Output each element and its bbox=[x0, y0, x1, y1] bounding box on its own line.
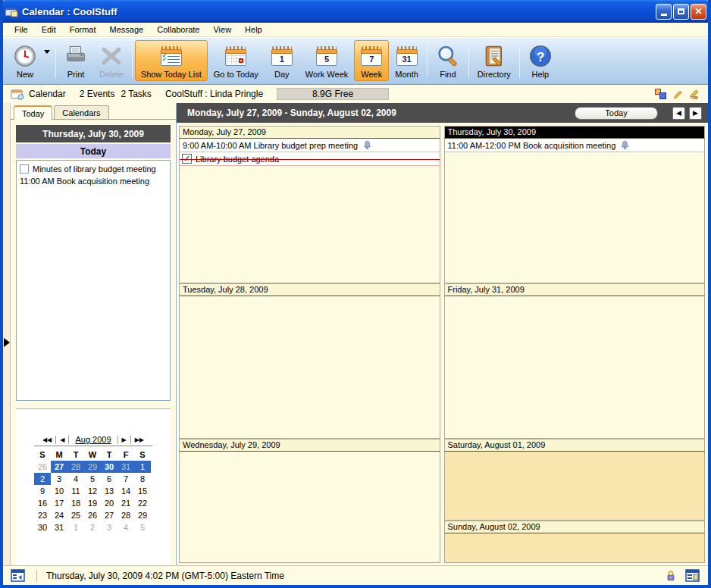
mini-calendar-day[interactable]: 28 bbox=[117, 509, 134, 521]
task-library-budget-agenda[interactable]: ✓ Library budget agenda bbox=[180, 152, 440, 166]
event-library-budget-prep[interactable]: 9:00 AM-10:00 AM Library budget prep mee… bbox=[180, 139, 440, 152]
edit-pencil-icon[interactable] bbox=[672, 89, 683, 100]
mini-calendar-day[interactable]: 1 bbox=[67, 521, 84, 533]
print-button[interactable]: Print bbox=[58, 40, 93, 81]
prev-month-icon[interactable]: ◀ bbox=[58, 436, 67, 443]
mini-calendar-day[interactable]: 15 bbox=[134, 485, 151, 497]
event-item-text[interactable]: 11:00 AM Book acquisition meeting bbox=[20, 177, 149, 186]
week-grid: Monday, July 27, 2009 9:00 AM-10:00 AM L… bbox=[177, 123, 708, 565]
mini-calendar-day[interactable]: 3 bbox=[51, 473, 67, 485]
today-button[interactable]: Today bbox=[575, 107, 658, 120]
mini-calendar-day[interactable]: 29 bbox=[84, 461, 101, 473]
mini-calendar-day[interactable]: 26 bbox=[84, 509, 101, 521]
mini-calendar-day[interactable]: 30 bbox=[101, 461, 117, 473]
mini-calendar-day[interactable]: 18 bbox=[67, 497, 84, 509]
menu-format[interactable]: Format bbox=[63, 23, 103, 36]
mini-calendar-day[interactable]: 4 bbox=[67, 473, 84, 485]
mini-calendar-day[interactable]: 10 bbox=[51, 485, 67, 497]
new-dropdown-arrow[interactable] bbox=[44, 50, 50, 54]
day-cell-wednesday[interactable]: Wednesday, July 29, 2009 bbox=[179, 439, 440, 563]
minimize-button[interactable] bbox=[656, 4, 672, 20]
window-layout-icon[interactable] bbox=[685, 569, 700, 582]
next-month-icon[interactable]: ▶ bbox=[120, 436, 129, 443]
mini-calendar-day[interactable]: 3 bbox=[101, 521, 117, 533]
mini-calendar-day[interactable]: 29 bbox=[134, 509, 151, 521]
help-button[interactable]: ? Help bbox=[522, 40, 559, 81]
event-book-acquisition[interactable]: 11:00 AM-12:00 PM Book acquisition meeti… bbox=[445, 139, 705, 152]
task-checkbox[interactable] bbox=[20, 164, 29, 174]
mini-calendar-day[interactable]: 9 bbox=[34, 485, 51, 497]
mini-calendar-day[interactable]: 24 bbox=[51, 509, 67, 521]
mini-calendar-day[interactable]: 25 bbox=[67, 509, 84, 521]
menu-edit[interactable]: Edit bbox=[35, 23, 63, 36]
menu-view[interactable]: View bbox=[206, 23, 238, 36]
mini-calendar-day[interactable]: 27 bbox=[101, 509, 117, 521]
directory-button[interactable]: Directory bbox=[471, 40, 517, 81]
month-view-button[interactable]: 31 Month bbox=[389, 40, 424, 81]
day-cell-monday[interactable]: Monday, July 27, 2009 9:00 AM-10:00 AM L… bbox=[179, 126, 440, 283]
mini-calendar-day[interactable]: 26 bbox=[34, 461, 51, 473]
mini-calendar-day[interactable]: 14 bbox=[117, 485, 134, 497]
list-item[interactable]: 11:00 AM Book acquisition meeting bbox=[18, 175, 168, 187]
mini-calendar-day[interactable]: 12 bbox=[84, 485, 101, 497]
day-view-button[interactable]: 1 Day bbox=[265, 40, 299, 81]
sidebar-collapse-strip[interactable] bbox=[3, 103, 11, 565]
work-week-view-button[interactable]: 5 Work Week bbox=[299, 40, 354, 81]
info-events-count: 2 Events bbox=[80, 89, 115, 99]
mini-calendar-day[interactable]: 8 bbox=[134, 473, 151, 485]
mini-calendar-day[interactable]: 27 bbox=[51, 461, 67, 473]
signature-key-icon[interactable] bbox=[689, 89, 702, 100]
mini-calendar-day[interactable]: 19 bbox=[84, 497, 101, 509]
mini-calendar-day[interactable]: 21 bbox=[117, 497, 134, 509]
find-button[interactable]: Find bbox=[430, 40, 466, 81]
list-item[interactable]: Minutes of library budget meeting bbox=[18, 163, 168, 175]
mini-calendar-day[interactable]: 7 bbox=[117, 473, 134, 485]
menu-help[interactable]: Help bbox=[238, 23, 269, 36]
show-today-list-button[interactable]: ✓✓ Show Today List bbox=[135, 40, 208, 81]
expand-arrow-icon[interactable] bbox=[4, 338, 10, 347]
mini-calendar-day[interactable]: 23 bbox=[34, 509, 51, 521]
mini-calendar-day[interactable]: 6 bbox=[101, 473, 117, 485]
day-cell-tuesday[interactable]: Tuesday, July 28, 2009 bbox=[179, 283, 440, 439]
mini-calendar-day[interactable]: 30 bbox=[34, 521, 51, 533]
panel-toggle-icon[interactable] bbox=[11, 569, 26, 582]
mini-calendar-day[interactable]: 2 bbox=[84, 521, 101, 533]
mini-calendar-day[interactable]: 31 bbox=[51, 521, 67, 533]
mini-calendar-day[interactable]: 11 bbox=[67, 485, 84, 497]
menu-file[interactable]: File bbox=[8, 23, 35, 36]
week-view-button[interactable]: 7 Week bbox=[354, 40, 389, 81]
day-cell-friday[interactable]: Friday, July 31, 2009 bbox=[444, 283, 706, 439]
maximize-button[interactable] bbox=[673, 4, 689, 20]
mini-calendar-day[interactable]: 1 bbox=[134, 461, 151, 473]
mini-calendar-day[interactable]: 28 bbox=[67, 461, 84, 473]
day-cell-sunday[interactable]: Sunday, August 02, 2009 bbox=[444, 521, 706, 563]
next-year-icon[interactable]: ▶▶ bbox=[133, 436, 146, 443]
mini-calendar-day[interactable]: 20 bbox=[101, 497, 117, 509]
mini-calendar-day[interactable]: 5 bbox=[134, 521, 151, 533]
tab-today[interactable]: Today bbox=[14, 105, 52, 120]
mini-calendar-day[interactable]: 17 bbox=[51, 497, 67, 509]
tab-calendars[interactable]: Calendars bbox=[54, 105, 108, 119]
day-cell-saturday[interactable]: Saturday, August 01, 2009 bbox=[444, 439, 706, 521]
menu-collaborate[interactable]: Collaborate bbox=[150, 23, 206, 36]
linked-items-icon[interactable] bbox=[655, 89, 666, 99]
new-button[interactable]: New bbox=[8, 40, 42, 81]
mini-calendar-day[interactable]: 31 bbox=[117, 461, 134, 473]
mini-calendar-day[interactable]: 2 bbox=[34, 473, 51, 485]
go-to-today-button[interactable]: Go to Today bbox=[208, 40, 265, 81]
previous-week-button[interactable]: ◀ bbox=[672, 107, 685, 120]
menu-message[interactable]: Message bbox=[103, 23, 151, 36]
mini-calendar-day[interactable]: 16 bbox=[34, 497, 51, 509]
mini-calendar-day[interactable]: 4 bbox=[117, 521, 134, 533]
next-week-button[interactable]: ▶ bbox=[689, 107, 702, 120]
mini-calendar-month-label[interactable]: Aug 2009 bbox=[70, 435, 115, 444]
find-button-label: Find bbox=[440, 70, 456, 79]
day-cell-thursday[interactable]: Thursday, July 30, 2009 11:00 AM-12:00 P… bbox=[444, 126, 706, 283]
info-app-label[interactable]: Calendar bbox=[29, 89, 66, 99]
close-button[interactable]: ✕ bbox=[691, 4, 706, 20]
mini-calendar-day[interactable]: 5 bbox=[84, 473, 101, 485]
mini-calendar-day[interactable]: 22 bbox=[134, 497, 151, 509]
task-item-text[interactable]: Minutes of library budget meeting bbox=[33, 164, 156, 174]
mini-calendar-day[interactable]: 13 bbox=[101, 485, 117, 497]
prev-year-icon[interactable]: ◀◀ bbox=[40, 436, 54, 443]
